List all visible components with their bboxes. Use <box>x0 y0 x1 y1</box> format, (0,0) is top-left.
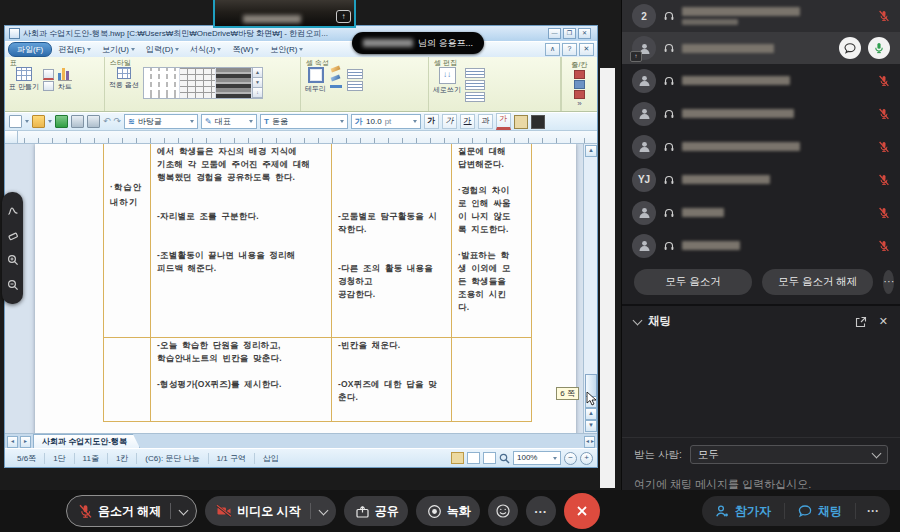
scroll-up-button[interactable]: ▲ <box>585 145 597 157</box>
print-button[interactable] <box>71 115 84 128</box>
mic-active-button[interactable] <box>868 37 890 59</box>
menu-edit[interactable]: 편집(E) <box>53 44 96 55</box>
panel-more-button[interactable]: ··· <box>856 504 890 518</box>
menu-format[interactable]: 서식(J) <box>185 44 226 55</box>
menu-input[interactable]: 입력(D) <box>141 44 184 55</box>
font-size-select[interactable]: 가10.0pt <box>351 114 421 129</box>
open-document-button[interactable] <box>32 115 45 128</box>
cell-split-icon[interactable] <box>465 80 485 90</box>
bold-button[interactable]: 가 <box>424 114 439 129</box>
table-cell[interactable] <box>104 338 151 422</box>
paragraph-style-select[interactable]: ≋바탕글 <box>124 114 198 129</box>
participant-row[interactable] <box>622 196 900 229</box>
tab-nav-right-icon[interactable]: ► <box>20 436 31 448</box>
participant-row[interactable] <box>622 64 900 97</box>
table-cell[interactable] <box>452 338 532 422</box>
border-pen-icon[interactable] <box>330 67 343 74</box>
participant-row[interactable] <box>622 130 900 163</box>
ruler-origin-box[interactable] <box>5 131 18 143</box>
zoom-level-select[interactable]: 100% <box>513 451 561 465</box>
participant-row[interactable]: YJ <box>622 163 900 196</box>
shade-color-button[interactable] <box>531 115 545 129</box>
participant-row[interactable]: ↑ <box>622 32 900 64</box>
magnifier-icon[interactable] <box>499 453 510 464</box>
save-button[interactable] <box>55 115 68 128</box>
char-spacing-button[interactable]: 과 <box>478 114 493 129</box>
hwp-titlebar[interactable]: 사회과 수업지도안-행복.hwp [C:₩Users₩최민₩OneDrive₩바… <box>5 26 597 41</box>
cell-size-icon[interactable] <box>465 92 485 102</box>
print-preview-button[interactable] <box>87 115 100 128</box>
menu-file[interactable]: 파일(F) <box>8 42 52 57</box>
menubar-close-button[interactable]: ✕ <box>579 43 594 56</box>
hwp-minimize-button[interactable]: — <box>548 28 561 39</box>
table-cell[interactable]: 에서 학생들은 자신의 배경 지식에 기초해 각 모둠에 주어진 주제에 대해 … <box>151 144 332 338</box>
zoom-out-icon[interactable] <box>7 279 19 291</box>
participant-row[interactable]: 2 <box>622 0 900 32</box>
chat-with-participant-button[interactable] <box>839 37 861 59</box>
lesson-plan-table[interactable]: ·학습안 내하기 에서 학생들은 자신의 배경 지식에 기초해 각 모둠에 주어… <box>103 144 531 422</box>
col-insert-icon[interactable] <box>574 80 585 89</box>
chat-close-icon[interactable]: ✕ <box>879 315 888 328</box>
underline-button[interactable]: 가 <box>460 114 475 129</box>
style-gallery[interactable]: ▲▼↓ <box>143 67 263 99</box>
table-cell[interactable]: ·학습안 내하기 <box>104 144 151 338</box>
chat-messages-area[interactable] <box>622 337 900 437</box>
table-create-button[interactable]: 표 만들기 <box>9 67 39 92</box>
end-meeting-button[interactable] <box>564 493 600 529</box>
expand-thumbnail-button[interactable]: ↑ <box>336 10 351 23</box>
tab-scroll-icon[interactable]: ◄► <box>584 436 595 448</box>
fill-pen-icon[interactable] <box>330 76 343 83</box>
vertical-write-button[interactable]: ↓↓ 세로쓰기 <box>433 67 461 95</box>
video-thumbnail[interactable]: ↑ <box>213 0 356 28</box>
vertical-scrollbar[interactable]: ▲ ▼ ▲ ▼ <box>583 144 597 433</box>
menu-view[interactable]: 보기(U) <box>97 44 140 55</box>
document-viewport[interactable]: ·학습안 내하기 에서 학생들은 자신의 배경 지식에 기초해 각 모둠에 주어… <box>5 144 597 433</box>
eraser-icon[interactable] <box>43 69 54 80</box>
view-mode-full-icon[interactable] <box>483 452 496 464</box>
ribbon-collapse-button[interactable]: ∧ <box>545 43 560 56</box>
next-page-button[interactable]: ▼ <box>585 420 597 432</box>
start-video-button[interactable]: 비디오 시작 <box>205 496 335 526</box>
highlight-color-button[interactable] <box>514 115 528 129</box>
zoom-in-icon[interactable] <box>7 254 19 266</box>
cell-border-button[interactable]: 테두리 <box>305 67 326 94</box>
new-document-button[interactable] <box>9 115 22 128</box>
italic-button[interactable]: 가 <box>442 114 457 129</box>
zoom-out-button[interactable]: − <box>564 452 577 465</box>
table-cell[interactable]: -모둠별로 탐구활동을 시작한다. -다른 조의 활동 내용을 경청하고 공감한… <box>332 144 452 338</box>
unmute-button[interactable]: 음소거 해제 <box>66 495 197 527</box>
share-button[interactable]: 공유 <box>344 496 408 526</box>
font-select[interactable]: T돋움 <box>260 114 348 129</box>
participant-row[interactable] <box>622 229 900 262</box>
table-cell[interactable]: 질문에 대해 답변해준다. ·경험의 차이 로 인해 싸움 이 나지 않도 록 … <box>452 144 532 338</box>
mic-options-chevron[interactable] <box>171 509 196 514</box>
line-width-icon[interactable] <box>347 81 363 91</box>
font-color-button[interactable]: 가 <box>496 113 511 130</box>
redo-button[interactable]: ↷ <box>114 116 122 127</box>
horizontal-ruler[interactable] <box>5 131 597 144</box>
chart-button[interactable]: 차트 <box>58 67 72 92</box>
menu-page[interactable]: 쪽(W) <box>227 44 264 55</box>
zoom-in-button[interactable]: + <box>580 452 593 465</box>
style-gallery-scroll[interactable]: ▲▼↓ <box>252 68 262 98</box>
hwp-close-button[interactable]: ✕ <box>578 28 591 39</box>
fill-color-icon[interactable] <box>330 85 342 88</box>
cell-merge-icon[interactable] <box>465 68 485 78</box>
record-button[interactable]: 녹화 <box>416 496 480 526</box>
menu-security[interactable]: 보안(R) <box>265 44 308 55</box>
tab-nav-left-icon[interactable]: ◄ <box>7 436 18 448</box>
eraser-icon[interactable] <box>7 230 19 242</box>
undo-button[interactable]: ↶ <box>103 116 111 127</box>
reactions-button[interactable] <box>488 496 518 526</box>
mute-all-button[interactable]: 모두 음소거 <box>634 269 752 295</box>
row-insert-icon[interactable] <box>574 70 585 79</box>
apply-option-button[interactable]: 적용 옵션 <box>109 67 139 90</box>
unmute-all-button[interactable]: 모두 음소거 해제 <box>762 269 873 295</box>
chevron-down-icon[interactable] <box>633 315 643 325</box>
style-preview-plain[interactable] <box>144 68 180 98</box>
hwp-maximize-button[interactable]: ❐ <box>563 28 576 39</box>
recipient-select[interactable]: 모두 <box>690 445 888 464</box>
participants-more-button[interactable]: ··· <box>883 270 894 294</box>
view-mode-page-icon[interactable] <box>451 452 464 464</box>
popout-icon[interactable] <box>855 316 867 328</box>
